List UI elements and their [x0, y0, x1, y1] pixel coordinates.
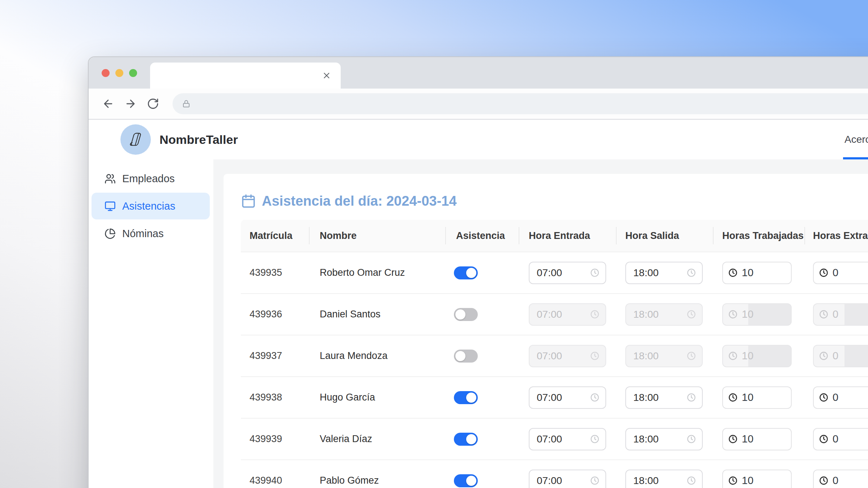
sidebar-item-empleados[interactable]: Empleados: [92, 165, 210, 192]
cell-nombre: Daniel Santos: [309, 309, 445, 320]
clock-icon: [590, 309, 600, 319]
calendar-icon: [241, 194, 256, 209]
pie-chart-icon: [105, 228, 116, 239]
nav-active-underline: [843, 157, 868, 159]
hora-entrada-input[interactable]: 07:00: [529, 428, 606, 450]
table-row: 439936 Daniel Santos 07:00 18:00 10 0: [241, 293, 868, 335]
cell-matricula: 439936: [241, 309, 309, 320]
clock-icon: [590, 476, 600, 485]
clock-icon: [686, 476, 696, 485]
attendance-toggle[interactable]: [454, 474, 478, 487]
url-bar[interactable]: [173, 93, 868, 114]
browser-tab[interactable]: [150, 63, 341, 89]
hora-salida-input[interactable]: 18:00: [625, 303, 703, 326]
app-title: NombreTaller: [159, 133, 238, 147]
window-controls: [102, 69, 137, 77]
forward-button[interactable]: [120, 94, 141, 114]
clock-icon: [728, 393, 738, 402]
attendance-toggle[interactable]: [454, 433, 478, 446]
clock-icon: [819, 268, 829, 278]
back-button[interactable]: [98, 94, 118, 114]
monitor-icon: [105, 201, 116, 212]
browser-window: NombreTaller Acerca Empleados Asistencia…: [89, 57, 868, 488]
col-nombre: Nombre: [309, 220, 445, 252]
hora-entrada-input[interactable]: 07:00: [529, 386, 606, 409]
clock-icon: [590, 393, 600, 402]
cell-matricula: 439938: [241, 392, 309, 403]
arrow-right-icon: [124, 98, 137, 110]
col-matricula: Matrícula: [241, 220, 309, 252]
horas-extra-field: 0: [813, 262, 868, 284]
hora-salida-input[interactable]: 18:00: [625, 262, 703, 284]
attendance-toggle[interactable]: [454, 308, 478, 321]
table-row: 439940 Pablo Gómez 07:00 18:00 10 0: [241, 459, 868, 488]
clock-icon: [686, 268, 696, 278]
hora-salida-input[interactable]: 18:00: [625, 470, 703, 488]
cell-matricula: 439939: [241, 433, 309, 445]
table-row: 439939 Valeria Díaz 07:00 18:00 10 0: [241, 418, 868, 459]
hora-entrada-input[interactable]: 07:00: [529, 470, 606, 488]
browser-tab-bar: [89, 57, 868, 89]
sidebar-item-asistencias[interactable]: Asistencias: [92, 193, 210, 219]
hora-salida-input[interactable]: 18:00: [625, 428, 703, 450]
sidebar-item-nominas[interactable]: Nóminas: [92, 220, 210, 247]
clock-icon: [590, 351, 600, 361]
nav-acerca-link[interactable]: Acerca: [844, 134, 868, 145]
attendance-toggle[interactable]: [454, 266, 478, 279]
table-row: 439937 Laura Mendoza 07:00 18:00 10 0: [241, 335, 868, 376]
content-panel: Asistencia del día: 2024-03-14 Matrícula…: [224, 174, 868, 488]
users-icon: [105, 173, 116, 184]
cell-matricula: 439935: [241, 267, 309, 278]
maximize-window-button[interactable]: [129, 69, 137, 77]
table-row: 439938 Hugo García 07:00 18:00 10 0: [241, 376, 868, 418]
main-area: Asistencia del día: 2024-03-14 Matrícula…: [213, 159, 868, 488]
horas-trabajadas-field: 10: [722, 303, 792, 326]
col-horas-extra: Horas Extra: [804, 220, 868, 252]
horas-trabajadas-field: 10: [722, 386, 792, 409]
cell-nombre: Hugo García: [309, 392, 445, 403]
horas-extra-field: 0: [813, 428, 868, 450]
hora-salida-input[interactable]: 18:00: [625, 345, 703, 367]
attendance-toggle[interactable]: [454, 350, 478, 363]
app-logo: [120, 124, 151, 155]
hora-entrada-input[interactable]: 07:00: [529, 262, 606, 284]
horas-trabajadas-field: 10: [722, 470, 792, 488]
clock-icon: [728, 351, 738, 361]
sidebar-item-label: Empleados: [122, 173, 175, 185]
sidebar-item-label: Nóminas: [122, 228, 163, 240]
close-window-button[interactable]: [102, 69, 110, 77]
cell-nombre: Laura Mendoza: [309, 350, 445, 361]
horas-extra-field: 0: [813, 470, 868, 488]
horas-trabajadas-field: 10: [722, 428, 792, 450]
clock-icon: [686, 309, 696, 319]
page-title-text: Asistencia del día: 2024-03-14: [262, 193, 457, 209]
arrow-left-icon: [102, 98, 114, 110]
clock-icon: [686, 351, 696, 361]
cell-nombre: Valeria Díaz: [309, 433, 445, 445]
hora-salida-input[interactable]: 18:00: [625, 386, 703, 409]
cell-matricula: 439940: [241, 475, 309, 486]
horas-trabajadas-field: 10: [722, 262, 792, 284]
clock-icon: [819, 393, 829, 402]
clock-icon: [728, 268, 738, 278]
sidebar-item-label: Asistencias: [122, 200, 175, 212]
tab-close-icon[interactable]: [322, 71, 331, 80]
col-horas-trabajadas: Horas Trabajadas: [713, 220, 804, 252]
horas-extra-field: 0: [813, 386, 868, 409]
table-row: 439935 Roberto Omar Cruz 07:00 18:00 10 …: [241, 252, 868, 293]
reload-icon: [147, 98, 159, 110]
clock-icon: [819, 309, 829, 319]
hora-entrada-input[interactable]: 07:00: [529, 303, 606, 326]
minimize-window-button[interactable]: [115, 69, 123, 77]
sidebar: Empleados Asistencias Nóminas: [89, 159, 213, 488]
rolled-paper-icon: [126, 130, 145, 149]
clock-icon: [686, 393, 696, 402]
clock-icon: [819, 351, 829, 361]
attendance-toggle[interactable]: [454, 391, 478, 404]
hora-entrada-input[interactable]: 07:00: [529, 345, 606, 367]
horas-extra-field: 0: [813, 303, 868, 326]
reload-button[interactable]: [143, 94, 163, 114]
clock-icon: [819, 476, 829, 485]
clock-icon: [728, 434, 738, 444]
cell-matricula: 439937: [241, 350, 309, 361]
